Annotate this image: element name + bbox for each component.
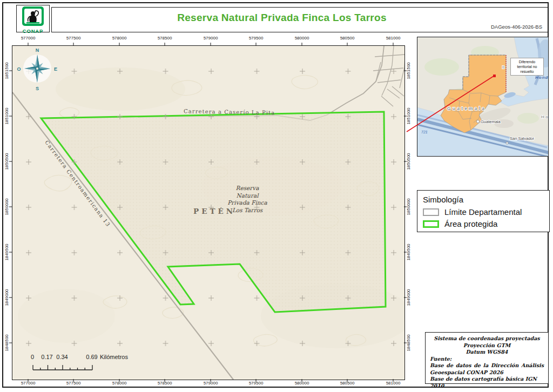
- y-axis-label: 1849500: [406, 240, 412, 264]
- source-line-1: Base de datos de la Dirección Análisis G…: [430, 362, 544, 376]
- compass-west-label: O: [17, 66, 21, 72]
- legend-item-departmental: Límite Departamental: [423, 207, 544, 217]
- projection-line: Proyección GTM: [430, 342, 544, 349]
- y-axis-label: 1848500: [406, 331, 412, 355]
- protected-area-swatch: [423, 220, 439, 228]
- document-code: DAGeos-406-2026-BS: [491, 24, 542, 30]
- x-axis-label: 579500: [244, 381, 268, 387]
- x-axis-label: 580000: [290, 36, 314, 42]
- x-axis-label: 579000: [199, 36, 222, 42]
- dispute-note: Diferendo territorial no resuelto: [510, 58, 544, 76]
- header-title-box: Reserva Natural Privada Finca Los Tarros…: [51, 7, 548, 32]
- scale-tick-label: 0.34: [51, 354, 73, 360]
- x-axis-label: 581000: [381, 381, 405, 387]
- x-axis-label: 577500: [62, 381, 85, 387]
- inset-map-canvas: Guatemala Guatemala San Salvador Ho B 72…: [417, 37, 549, 157]
- x-axis-label: 580500: [335, 36, 359, 42]
- san-salvador-label: San Salvador: [510, 136, 535, 141]
- x-axis-label: 579000: [199, 381, 222, 387]
- map-document: CONAP Reserva Natural Privada Finca Los …: [0, 0, 553, 392]
- logo-box: CONAP: [16, 5, 50, 32]
- legend: Simbología Límite Departamental Área pro…: [417, 190, 550, 232]
- y-axis-label: 1851500: [4, 59, 10, 83]
- country-label: Guatemala: [447, 106, 486, 111]
- conap-logo-label: CONAP: [17, 28, 49, 34]
- capital-city-marker: [476, 120, 479, 123]
- x-axis-label: 577000: [16, 381, 40, 387]
- y-axis-label: 1848500: [4, 331, 10, 355]
- x-axis-label: 580500: [335, 381, 359, 387]
- x-axis-label: 580000: [290, 381, 314, 387]
- x-axis-label: 578500: [153, 381, 177, 387]
- y-axis-label: 1850500: [4, 150, 10, 173]
- y-axis-label: 1850000: [4, 195, 10, 219]
- crs-line: Sistema de coordenadas proyectadas: [430, 335, 544, 342]
- source-line-2: Base de datos cartografía básica IGN 201…: [430, 376, 544, 389]
- inset-locator-map: Guatemala Guatemala San Salvador Ho B 72…: [417, 37, 549, 157]
- legend-title: Simbología: [423, 195, 544, 204]
- belize-partial-label: B: [502, 65, 505, 69]
- y-axis-label: 1851000: [406, 104, 412, 128]
- conap-logo-icon: [22, 6, 44, 26]
- compass-south-label: S: [36, 86, 39, 91]
- y-axis-label: 1849000: [4, 286, 10, 309]
- scale-unit-label: Kilómetros: [100, 354, 149, 360]
- x-axis-label: 581000: [381, 36, 405, 42]
- credits: Sistema de coordenadas proyectadas Proye…: [425, 332, 549, 384]
- x-axis-label: 578000: [107, 36, 131, 42]
- departmental-boundary-swatch: [423, 208, 439, 216]
- x-axis-label: 578000: [107, 381, 131, 387]
- capital-city-label: Guatemala: [481, 119, 501, 124]
- y-axis-label: 1849000: [406, 286, 412, 309]
- y-axis-label: 1851500: [406, 59, 412, 83]
- compass-north-label: N: [36, 48, 39, 53]
- compass-east-label: E: [54, 66, 57, 72]
- y-axis-label: 1850500: [406, 150, 412, 173]
- x-axis-label: 578500: [153, 36, 177, 42]
- y-axis-label: 1849500: [4, 240, 10, 264]
- honduras-partial-label: Ho: [541, 114, 549, 119]
- sea-name-label: Hond: [535, 75, 549, 80]
- reserve-name-label: Reserva Natural Privada Finca Los Tarros: [215, 185, 280, 214]
- legend-item-protected-area: Área protegida: [423, 219, 544, 228]
- x-axis-label: 579500: [244, 36, 268, 42]
- x-axis-label: 577000: [16, 36, 40, 42]
- source-label: Fuente:: [430, 356, 544, 363]
- y-axis-label: 1850000: [406, 195, 412, 219]
- road-number-label: 721: [421, 130, 428, 134]
- datum-line: Datum WGS84: [430, 349, 544, 356]
- scale-tick-label: 0.69: [81, 354, 103, 360]
- x-axis-label: 577500: [62, 36, 85, 42]
- reserve-location-marker: [493, 75, 496, 77]
- y-axis-label: 1851000: [4, 104, 10, 128]
- page-title: Reserva Natural Privada Finca Los Tarros: [52, 12, 512, 24]
- san-salvador-marker: [506, 142, 508, 144]
